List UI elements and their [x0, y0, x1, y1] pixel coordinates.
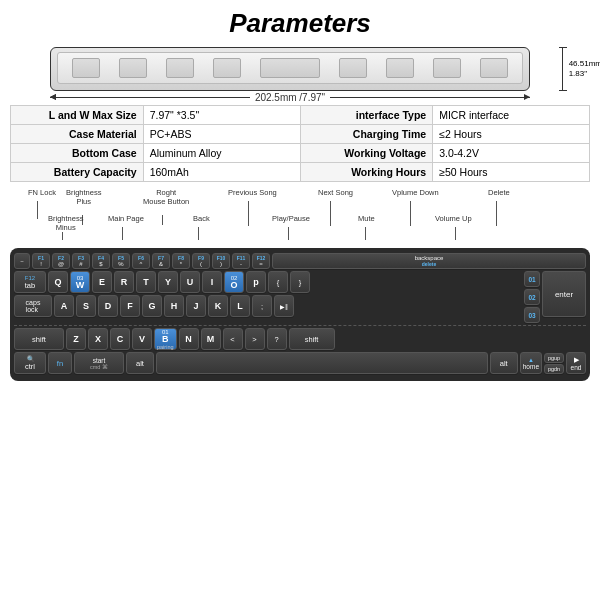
ann-brightness-minus: BrightnessMinus — [48, 214, 83, 232]
keyboard-diagram: 46.51mm 1.83" 202.5mm /7.97" — [10, 47, 590, 105]
key-quote[interactable]: ▶‖ — [274, 295, 294, 317]
key-shift-left[interactable]: shift — [14, 328, 64, 350]
key-tilde[interactable]: ~ — [14, 253, 30, 269]
key-u[interactable]: U — [180, 271, 200, 293]
key-alt-right[interactable]: alt — [490, 352, 518, 374]
key-02[interactable]: 02 — [524, 289, 540, 305]
spec-value-4: ≤2 Hours — [433, 125, 590, 144]
key-z[interactable]: Z — [66, 328, 86, 350]
fold-line — [14, 325, 586, 326]
key-j[interactable]: J — [186, 295, 206, 317]
key-slash[interactable]: ? — [267, 328, 287, 350]
spec-label-3: Case Material — [11, 125, 144, 144]
key-f11[interactable]: F11- — [232, 253, 250, 269]
key-enter[interactable]: enter — [542, 271, 586, 317]
key-f10[interactable]: F10) — [212, 253, 230, 269]
spec-label-2: interface Type — [300, 106, 433, 125]
key-f5[interactable]: F5% — [112, 253, 130, 269]
key-m[interactable]: M — [201, 328, 221, 350]
key-f[interactable]: F — [120, 295, 140, 317]
key-bracket-r[interactable]: } — [290, 271, 310, 293]
ann-main-page: Main Page — [108, 214, 144, 223]
spec-label-4: Charging Time — [300, 125, 433, 144]
key-q[interactable]: Q — [48, 271, 68, 293]
key-pgdn[interactable]: pgdn — [544, 364, 564, 374]
key-f6[interactable]: F6^ — [132, 253, 150, 269]
key-a[interactable]: A — [54, 295, 74, 317]
key-semicolon[interactable]: ; — [252, 295, 272, 317]
key-f3[interactable]: F3# — [72, 253, 90, 269]
key-y[interactable]: Y — [158, 271, 178, 293]
spec-value-1: 7.97" *3.5" — [143, 106, 300, 125]
spec-row-3: Bottom Case Aluminum Alloy Working Volta… — [11, 144, 590, 163]
key-ctrl[interactable]: 🔍 ctrl — [14, 352, 46, 374]
key-b[interactable]: 01 B pairing — [154, 328, 177, 350]
key-f7[interactable]: F7& — [152, 253, 170, 269]
key-pgup[interactable]: pgup — [544, 353, 564, 363]
spec-label-6: Working Voltage — [300, 144, 433, 163]
spec-value-8: ≥50 Hours — [433, 163, 590, 182]
spec-row-4: Battery Capacity 160mAh Working Hours ≥5… — [11, 163, 590, 182]
key-p[interactable]: p — [246, 271, 266, 293]
key-start[interactable]: start cmd ⌘ — [74, 352, 124, 374]
ann-right-mouse: RoghtMouse Button — [143, 188, 189, 206]
key-s[interactable]: S — [76, 295, 96, 317]
ann-back: Back — [193, 214, 210, 223]
keyboard-body: ~ F1! F2@ F3# F4$ F5% F6^ F7& F8* F9( F1… — [10, 248, 590, 381]
keyboard-section: FN Lock BrightnessPlus BrightnessMinus M… — [10, 188, 590, 381]
key-x[interactable]: X — [88, 328, 108, 350]
key-g[interactable]: G — [142, 295, 162, 317]
key-end[interactable]: ▶ end — [566, 352, 586, 374]
key-bracket-l[interactable]: { — [268, 271, 288, 293]
key-f12[interactable]: F12= — [252, 253, 270, 269]
key-backspace[interactable]: backspace delete — [272, 253, 586, 269]
page: Parameters — [0, 0, 600, 600]
key-d[interactable]: D — [98, 295, 118, 317]
key-v[interactable]: V — [132, 328, 152, 350]
key-k[interactable]: K — [208, 295, 228, 317]
key-f4[interactable]: F4$ — [92, 253, 110, 269]
ann-delete: Delete — [488, 188, 510, 197]
key-f8[interactable]: F8* — [172, 253, 190, 269]
width-label: 202.5mm /7.97" — [255, 92, 325, 103]
width-dimension: 202.5mm /7.97" — [50, 92, 530, 103]
ann-volume-down: Vplume Down — [392, 188, 439, 197]
key-f1[interactable]: F1! — [32, 253, 50, 269]
key-w[interactable]: 03 W — [70, 271, 90, 293]
key-home[interactable]: ▲ home — [520, 352, 542, 374]
key-n[interactable]: N — [179, 328, 199, 350]
specs-table: L and W Max Size 7.97" *3.5" interface T… — [10, 105, 590, 182]
key-03[interactable]: 03 — [524, 307, 540, 323]
key-comma[interactable]: < — [223, 328, 243, 350]
spec-value-2: MICR interface — [433, 106, 590, 125]
key-l[interactable]: L — [230, 295, 250, 317]
row-qwerty: F12 tab Q 03 W E R T Y U I — [14, 271, 522, 293]
key-f2[interactable]: F2@ — [52, 253, 70, 269]
key-i[interactable]: I — [202, 271, 222, 293]
key-period[interactable]: > — [245, 328, 265, 350]
key-caps[interactable]: capslock — [14, 295, 52, 317]
key-f9[interactable]: F9( — [192, 253, 210, 269]
key-alt-left[interactable]: alt — [126, 352, 154, 374]
page-title: Parameters — [10, 8, 590, 39]
ann-next-song: Next Song — [318, 188, 353, 197]
key-01[interactable]: 01 — [524, 271, 540, 287]
ann-brightness-plus: BrightnessPlus — [66, 188, 101, 206]
key-h[interactable]: H — [164, 295, 184, 317]
key-tab[interactable]: F12 tab — [14, 271, 46, 293]
key-space[interactable] — [156, 352, 488, 374]
key-shift-right[interactable]: shift — [289, 328, 335, 350]
spec-value-3: PC+ABS — [143, 125, 300, 144]
row-bottom: 🔍 ctrl fn start cmd ⌘ alt alt ▲ home pgu… — [14, 352, 586, 374]
spec-row-2: Case Material PC+ABS Charging Time ≤2 Ho… — [11, 125, 590, 144]
key-r[interactable]: R — [114, 271, 134, 293]
key-c[interactable]: C — [110, 328, 130, 350]
key-o[interactable]: 02 O — [224, 271, 244, 293]
key-fn[interactable]: fn — [48, 352, 72, 374]
key-t[interactable]: T — [136, 271, 156, 293]
spec-value-7: 160mAh — [143, 163, 300, 182]
ann-volume-up: Volume Up — [435, 214, 472, 223]
height-mm: 46.51mm — [569, 59, 600, 69]
key-e[interactable]: E — [92, 271, 112, 293]
ann-fn-lock: FN Lock — [28, 188, 56, 197]
